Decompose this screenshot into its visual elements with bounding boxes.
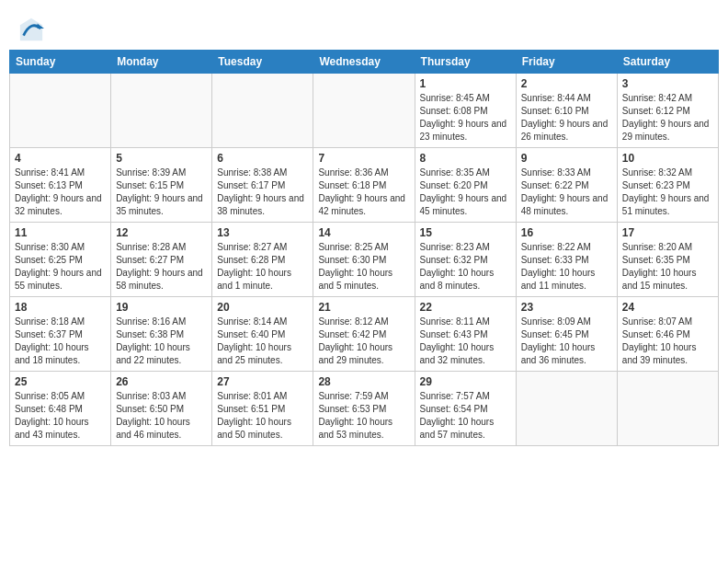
calendar-cell: 26Sunrise: 8:03 AM Sunset: 6:50 PM Dayli…: [111, 372, 212, 446]
day-info: Sunrise: 8:01 AM Sunset: 6:51 PM Dayligh…: [217, 390, 308, 442]
calendar-header-row: SundayMondayTuesdayWednesdayThursdayFrid…: [10, 51, 719, 74]
day-number: 9: [521, 152, 612, 165]
day-info: Sunrise: 8:39 AM Sunset: 6:15 PM Dayligh…: [116, 167, 207, 218]
day-info: Sunrise: 8:11 AM Sunset: 6:43 PM Dayligh…: [420, 316, 511, 367]
day-number: 5: [116, 152, 207, 165]
day-number: 1: [420, 77, 511, 90]
calendar-cell: 5Sunrise: 8:39 AM Sunset: 6:15 PM Daylig…: [111, 148, 212, 223]
logo-icon: [18, 17, 44, 42]
calendar-cell: [516, 372, 617, 446]
calendar-cell: 13Sunrise: 8:27 AM Sunset: 6:28 PM Dayli…: [212, 223, 313, 297]
calendar-cell: 17Sunrise: 8:20 AM Sunset: 6:35 PM Dayli…: [617, 223, 718, 297]
day-number: 29: [420, 375, 511, 388]
day-info: Sunrise: 8:05 AM Sunset: 6:48 PM Dayligh…: [15, 390, 106, 442]
calendar-cell: 14Sunrise: 8:25 AM Sunset: 6:30 PM Dayli…: [313, 223, 415, 297]
day-number: 13: [217, 226, 308, 239]
calendar-cell: 7Sunrise: 8:36 AM Sunset: 6:18 PM Daylig…: [313, 148, 415, 223]
calendar-cell: 8Sunrise: 8:35 AM Sunset: 6:20 PM Daylig…: [415, 148, 516, 223]
calendar-cell: 2Sunrise: 8:44 AM Sunset: 6:10 PM Daylig…: [516, 74, 617, 148]
day-number: 2: [521, 77, 612, 90]
day-number: 25: [15, 375, 106, 388]
calendar-cell: 22Sunrise: 8:11 AM Sunset: 6:43 PM Dayli…: [415, 297, 516, 372]
day-number: 16: [521, 226, 612, 239]
calendar-cell: 15Sunrise: 8:23 AM Sunset: 6:32 PM Dayli…: [415, 223, 516, 297]
calendar-cell: 11Sunrise: 8:30 AM Sunset: 6:25 PM Dayli…: [10, 223, 111, 297]
day-number: 4: [15, 152, 106, 165]
day-info: Sunrise: 8:16 AM Sunset: 6:38 PM Dayligh…: [116, 316, 207, 367]
logo: [18, 17, 48, 42]
day-info: Sunrise: 8:07 AM Sunset: 6:46 PM Dayligh…: [622, 316, 713, 367]
calendar-cell: [111, 74, 212, 148]
day-info: Sunrise: 8:41 AM Sunset: 6:13 PM Dayligh…: [15, 167, 106, 218]
calendar-cell: 20Sunrise: 8:14 AM Sunset: 6:40 PM Dayli…: [212, 297, 313, 372]
day-number: 20: [217, 301, 308, 314]
day-number: 8: [420, 152, 511, 165]
day-number: 17: [622, 226, 713, 239]
col-header-wednesday: Wednesday: [313, 51, 415, 74]
calendar-cell: 18Sunrise: 8:18 AM Sunset: 6:37 PM Dayli…: [10, 297, 111, 372]
day-number: 28: [318, 375, 409, 388]
day-info: Sunrise: 7:57 AM Sunset: 6:54 PM Dayligh…: [420, 390, 511, 442]
day-info: Sunrise: 8:42 AM Sunset: 6:12 PM Dayligh…: [622, 92, 713, 144]
week-row-1: 1Sunrise: 8:45 AM Sunset: 6:08 PM Daylig…: [10, 74, 719, 148]
day-info: Sunrise: 8:36 AM Sunset: 6:18 PM Dayligh…: [318, 167, 409, 218]
calendar-cell: 3Sunrise: 8:42 AM Sunset: 6:12 PM Daylig…: [617, 74, 718, 148]
calendar-cell: 4Sunrise: 8:41 AM Sunset: 6:13 PM Daylig…: [10, 148, 111, 223]
col-header-tuesday: Tuesday: [212, 51, 313, 74]
day-info: Sunrise: 8:33 AM Sunset: 6:22 PM Dayligh…: [521, 167, 612, 218]
day-number: 19: [116, 301, 207, 314]
day-info: Sunrise: 8:30 AM Sunset: 6:25 PM Dayligh…: [15, 241, 106, 293]
day-info: Sunrise: 8:09 AM Sunset: 6:45 PM Dayligh…: [521, 316, 612, 367]
calendar-cell: 16Sunrise: 8:22 AM Sunset: 6:33 PM Dayli…: [516, 223, 617, 297]
day-number: 21: [318, 301, 409, 314]
calendar-cell: 28Sunrise: 7:59 AM Sunset: 6:53 PM Dayli…: [313, 372, 415, 446]
day-number: 26: [116, 375, 207, 388]
day-info: Sunrise: 8:25 AM Sunset: 6:30 PM Dayligh…: [318, 241, 409, 293]
col-header-thursday: Thursday: [415, 51, 516, 74]
day-info: Sunrise: 8:14 AM Sunset: 6:40 PM Dayligh…: [217, 316, 308, 367]
calendar-cell: [10, 74, 111, 148]
day-number: 11: [15, 226, 106, 239]
day-number: 24: [622, 301, 713, 314]
day-info: Sunrise: 8:28 AM Sunset: 6:27 PM Dayligh…: [116, 241, 207, 293]
day-number: 12: [116, 226, 207, 239]
day-info: Sunrise: 8:20 AM Sunset: 6:35 PM Dayligh…: [622, 241, 713, 293]
svg-marker-0: [20, 18, 42, 40]
day-info: Sunrise: 8:12 AM Sunset: 6:42 PM Dayligh…: [318, 316, 409, 367]
day-number: 14: [318, 226, 409, 239]
day-number: 3: [622, 77, 713, 90]
day-number: 10: [622, 152, 713, 165]
day-number: 7: [318, 152, 409, 165]
calendar-cell: 19Sunrise: 8:16 AM Sunset: 6:38 PM Dayli…: [111, 297, 212, 372]
calendar-cell: 27Sunrise: 8:01 AM Sunset: 6:51 PM Dayli…: [212, 372, 313, 446]
calendar-cell: [617, 372, 718, 446]
week-row-3: 11Sunrise: 8:30 AM Sunset: 6:25 PM Dayli…: [10, 223, 719, 297]
day-info: Sunrise: 8:32 AM Sunset: 6:23 PM Dayligh…: [622, 167, 713, 218]
page-header: [9, 9, 719, 46]
day-number: 6: [217, 152, 308, 165]
day-info: Sunrise: 8:18 AM Sunset: 6:37 PM Dayligh…: [15, 316, 106, 367]
calendar-cell: [313, 74, 415, 148]
calendar-cell: 10Sunrise: 8:32 AM Sunset: 6:23 PM Dayli…: [617, 148, 718, 223]
week-row-5: 25Sunrise: 8:05 AM Sunset: 6:48 PM Dayli…: [10, 372, 719, 446]
calendar-cell: 9Sunrise: 8:33 AM Sunset: 6:22 PM Daylig…: [516, 148, 617, 223]
calendar-cell: 25Sunrise: 8:05 AM Sunset: 6:48 PM Dayli…: [10, 372, 111, 446]
day-number: 18: [15, 301, 106, 314]
day-number: 27: [217, 375, 308, 388]
calendar-cell: 29Sunrise: 7:57 AM Sunset: 6:54 PM Dayli…: [415, 372, 516, 446]
calendar-cell: 23Sunrise: 8:09 AM Sunset: 6:45 PM Dayli…: [516, 297, 617, 372]
day-info: Sunrise: 8:44 AM Sunset: 6:10 PM Dayligh…: [521, 92, 612, 144]
day-info: Sunrise: 8:35 AM Sunset: 6:20 PM Dayligh…: [420, 167, 511, 218]
day-number: 15: [420, 226, 511, 239]
day-info: Sunrise: 8:22 AM Sunset: 6:33 PM Dayligh…: [521, 241, 612, 293]
calendar-cell: 21Sunrise: 8:12 AM Sunset: 6:42 PM Dayli…: [313, 297, 415, 372]
col-header-sunday: Sunday: [10, 51, 111, 74]
day-info: Sunrise: 8:03 AM Sunset: 6:50 PM Dayligh…: [116, 390, 207, 442]
calendar-cell: 6Sunrise: 8:38 AM Sunset: 6:17 PM Daylig…: [212, 148, 313, 223]
day-number: 22: [420, 301, 511, 314]
calendar-table: SundayMondayTuesdayWednesdayThursdayFrid…: [9, 50, 719, 446]
col-header-friday: Friday: [516, 51, 617, 74]
day-info: Sunrise: 8:23 AM Sunset: 6:32 PM Dayligh…: [420, 241, 511, 293]
calendar-cell: 1Sunrise: 8:45 AM Sunset: 6:08 PM Daylig…: [415, 74, 516, 148]
calendar-cell: 24Sunrise: 8:07 AM Sunset: 6:46 PM Dayli…: [617, 297, 718, 372]
